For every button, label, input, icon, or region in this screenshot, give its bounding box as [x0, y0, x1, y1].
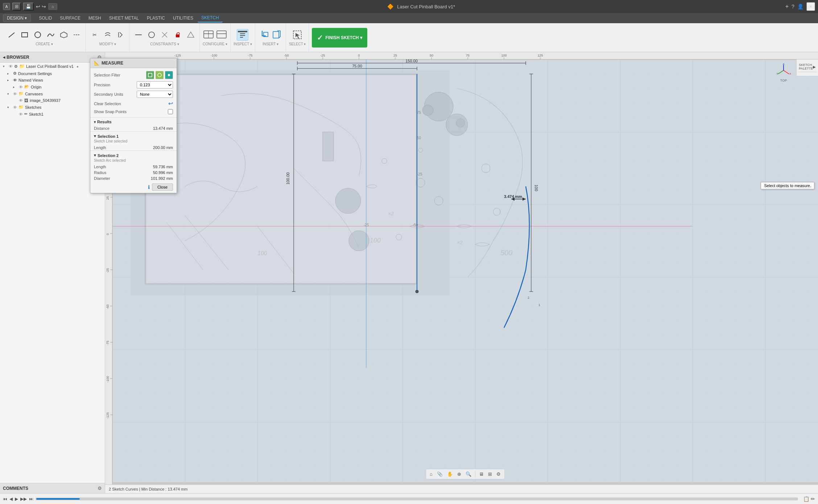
filter-curve-button[interactable] — [156, 71, 164, 79]
close-button[interactable]: × — [806, 2, 815, 11]
view-settings-button[interactable]: ⚙ — [495, 471, 502, 478]
sketch-palette-arrow-icon[interactable]: ▶ — [813, 65, 816, 69]
playback-icon-1-button[interactable]: 📋 — [803, 496, 809, 502]
dimension-button[interactable] — [146, 29, 157, 41]
playback-icon-2-button[interactable]: ✏ — [811, 496, 815, 502]
inspect-icons — [237, 29, 248, 41]
configure-1-button[interactable] — [203, 29, 214, 41]
browser-tree: ▾ 👁 ⚙ 📁 Laser Cut Pinball Board v1 ● ▸ ⚙… — [0, 63, 105, 117]
measure-button[interactable] — [237, 29, 248, 41]
menu-sketch[interactable]: SKETCH — [198, 14, 223, 22]
tree-item-origin[interactable]: ▸ 👁 📂 Origin — [0, 83, 105, 90]
svg-rect-17 — [238, 31, 247, 32]
create-label: CREATE ▾ — [36, 42, 53, 46]
line-tool-button[interactable] — [6, 29, 17, 41]
redo-button[interactable]: ↪ — [42, 4, 46, 9]
mirror-button[interactable] — [115, 29, 127, 41]
tree-item-doc-settings[interactable]: ▸ ⚙ Document Settings — [0, 70, 105, 77]
canvases-eye-icon[interactable]: 👁 — [13, 92, 17, 96]
playback-next-button[interactable]: ▶▶ — [20, 496, 27, 501]
home-button[interactable]: ⌂ — [48, 3, 57, 10]
playback-play-button[interactable]: ▶ — [15, 496, 18, 501]
sketch1-eye-icon[interactable]: 👁 — [19, 112, 23, 116]
insert-label: INSERT ▾ — [263, 42, 278, 46]
save-button[interactable]: 💾 — [23, 3, 34, 11]
view-display-button[interactable]: 🖥 — [478, 471, 485, 478]
tree-item-image[interactable]: 👁 🖼 image_50439937 — [0, 97, 105, 104]
grid-menu-button[interactable]: ⊞ — [12, 3, 21, 11]
precision-select[interactable]: 0.123 — [137, 81, 173, 88]
root-eye-icon[interactable]: 👁 — [9, 64, 13, 69]
circle-tool-button[interactable] — [32, 29, 44, 41]
sketch-canvas[interactable]: 100 ×2 ×2 500 100 — [112, 59, 818, 482]
canvas-area[interactable]: -125 -100 -75 -50 -25 0 25 50 75 100 — [105, 52, 818, 493]
rect-tool-button[interactable] — [19, 29, 30, 41]
configure-2-button[interactable] — [216, 29, 227, 41]
timeline-track[interactable] — [36, 497, 798, 500]
sketches-eye-icon[interactable]: 👁 — [13, 105, 17, 110]
insert-2-button[interactable] — [271, 29, 283, 41]
svg-point-75 — [335, 188, 361, 214]
insert-1-button[interactable] — [258, 29, 270, 41]
design-dropdown-button[interactable]: DESIGN ▾ — [3, 14, 31, 22]
playback-prev-button[interactable]: ◀ — [9, 496, 13, 501]
undo-button[interactable]: ↩ — [36, 4, 40, 9]
help-button[interactable]: ? — [792, 4, 794, 9]
title-bar: A ⊞ 💾 ↩ ↪ ⌂ 🔶 Laser Cut Pinball Board v1… — [0, 0, 818, 13]
browser-toggle-icon[interactable]: ◂ — [3, 55, 5, 60]
secondary-units-select[interactable]: None — [137, 91, 173, 98]
origin-eye-icon[interactable]: 👁 — [19, 85, 23, 89]
constraint-3-button[interactable] — [159, 29, 170, 41]
tree-item-named-views[interactable]: ▸ 👁 Named Views — [0, 77, 105, 83]
menu-sheet-metal[interactable]: SHEET METAL — [106, 14, 142, 22]
select-button[interactable] — [292, 29, 303, 41]
results-arrow-icon: ▾ — [94, 120, 96, 124]
view-home-button[interactable]: ⌂ — [428, 471, 434, 478]
lock-button[interactable] — [172, 29, 183, 41]
view-zoom-fit-button[interactable]: ⊕ — [456, 471, 463, 478]
image-eye-icon[interactable]: 👁 — [19, 98, 23, 103]
selection2-radius-row: Radius 50.996 mm — [90, 170, 177, 175]
svg-text:-25: -25 — [417, 172, 422, 176]
menu-solid[interactable]: SOLID — [35, 14, 55, 22]
playback-end-button[interactable]: ⏭ — [29, 496, 33, 501]
trim-button[interactable]: ✂ — [89, 29, 100, 41]
horizontal-ruler: -125 -100 -75 -50 -25 0 25 50 75 100 — [105, 52, 818, 59]
tree-item-sketch1[interactable]: 👁 ✏ Sketch1 — [0, 111, 105, 117]
clear-selection-button[interactable]: ↩ — [168, 100, 173, 107]
menu-utilities[interactable]: UTILITIES — [169, 14, 197, 22]
plus-button[interactable]: + — [785, 3, 789, 10]
selection2-diameter-label: Diameter — [94, 176, 110, 181]
menu-surface[interactable]: SURFACE — [56, 14, 84, 22]
filter-point-button[interactable] — [165, 71, 173, 79]
selection2-radius-label: Radius — [94, 170, 106, 175]
svg-text:100: 100 — [257, 250, 267, 256]
results-section: ▾ Results Distance 13.474 mm — [90, 117, 177, 131]
finish-sketch-button[interactable]: ✓ FINISH SKETCH ▾ — [312, 28, 367, 47]
toolbar-inspect-section: INSPECT ▾ — [231, 23, 255, 52]
centerline-tool-button[interactable] — [71, 29, 83, 41]
snap-points-checkbox[interactable] — [168, 109, 173, 114]
tree-item-canvases[interactable]: ▾ 👁 📁 Canvases — [0, 90, 105, 97]
view-zoom-button[interactable]: 🔍 — [464, 471, 473, 478]
tree-item-sketches[interactable]: ▾ 👁 📁 Sketches — [0, 104, 105, 111]
user-button[interactable]: 👤 — [797, 4, 803, 9]
polygon-tool-button[interactable] — [58, 29, 70, 41]
filter-all-button[interactable] — [146, 71, 154, 79]
view-grid-button[interactable]: ⊞ — [487, 471, 493, 478]
offset-button[interactable] — [102, 29, 113, 41]
constraint-1-button[interactable] — [133, 29, 144, 41]
playback-start-button[interactable]: ⏮ — [3, 496, 7, 501]
comments-settings-button[interactable]: ⚙ — [98, 486, 102, 491]
view-pan-button[interactable]: ✋ — [446, 471, 454, 478]
svg-text:100: 100 — [370, 237, 381, 244]
menu-plastic[interactable]: PLASTIC — [143, 14, 169, 22]
selection2-radius-value: 50.996 mm — [153, 170, 173, 175]
menu-mesh[interactable]: MESH — [85, 14, 105, 22]
dialog-info-button[interactable]: ℹ — [148, 183, 150, 191]
triangle-button[interactable] — [185, 29, 197, 41]
view-snap-button[interactable]: 📎 — [435, 471, 444, 478]
dialog-close-button[interactable]: Close — [152, 183, 173, 191]
spline-tool-button[interactable] — [45, 29, 57, 41]
tree-item-root[interactable]: ▾ 👁 ⚙ 📁 Laser Cut Pinball Board v1 ● — [0, 63, 105, 70]
